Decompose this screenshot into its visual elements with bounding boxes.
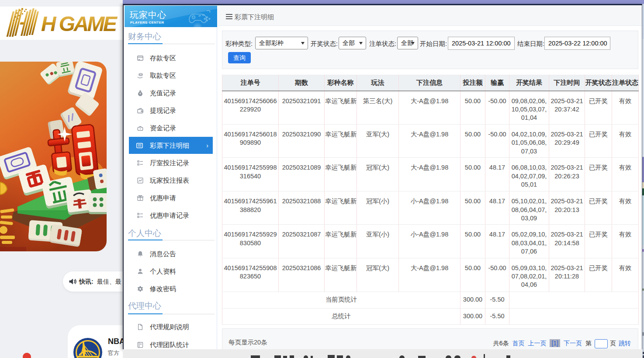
svg-text:H GAME: H GAME [41,12,118,35]
